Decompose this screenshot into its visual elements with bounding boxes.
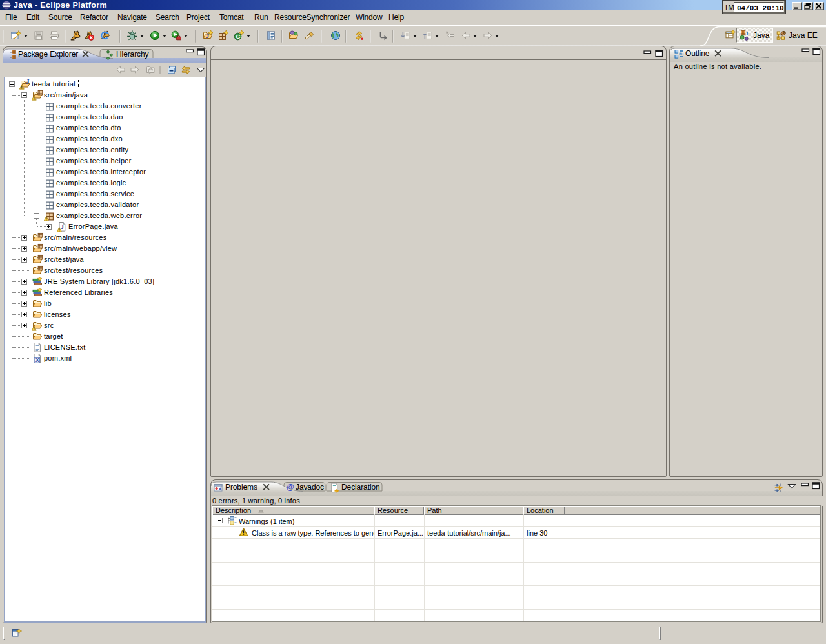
svg-text:Package Explorer: Package Explorer (18, 50, 78, 59)
svg-text:Outline: Outline (685, 49, 710, 58)
svg-text:Hierarchy: Hierarchy (116, 50, 149, 59)
svg-text:Declaration: Declaration (341, 483, 380, 492)
svg-text:Javadoc: Javadoc (296, 483, 324, 492)
svg-text:Problems: Problems (225, 483, 257, 492)
svg-text:@: @ (287, 483, 294, 492)
